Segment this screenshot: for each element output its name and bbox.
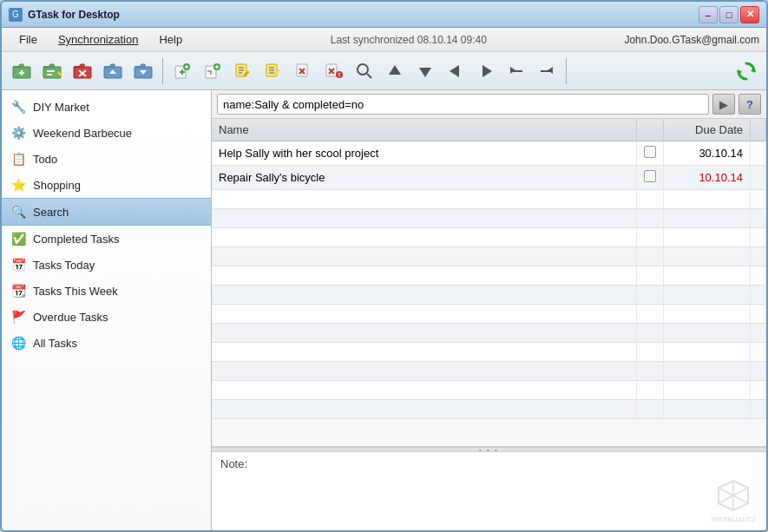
- task-extra-cell: [751, 266, 766, 286]
- menu-file[interactable]: File: [9, 30, 48, 49]
- toolbar: [2, 52, 766, 90]
- task-table: Name Due Date Help Sally with her scool …: [212, 119, 766, 419]
- tasks-today-icon: 📅: [10, 257, 26, 273]
- task-check-cell: [637, 190, 664, 209]
- table-empty-row: [212, 324, 766, 343]
- sidebar-item-diy-market[interactable]: 🔧 DIY Market: [2, 94, 211, 120]
- table-empty-row: [212, 381, 766, 400]
- svg-marker-51: [389, 65, 401, 75]
- task-name-cell: [212, 343, 637, 362]
- task-due-cell: [664, 343, 751, 362]
- delete-task-button[interactable]: [289, 56, 318, 86]
- col-check-header: [637, 119, 664, 141]
- new-list-button[interactable]: [7, 56, 36, 86]
- shopping-icon: ⭐: [10, 177, 26, 193]
- task-due-cell: [664, 266, 751, 286]
- search-help-button[interactable]: ?: [738, 94, 761, 115]
- search-run-button[interactable]: ▶: [712, 94, 735, 115]
- add-task-button[interactable]: [167, 56, 197, 86]
- svg-rect-6: [47, 70, 55, 72]
- sidebar-item-label: Overdue Tasks: [33, 311, 108, 324]
- close-button[interactable]: ✕: [740, 6, 759, 23]
- sidebar-item-label: Completed Tasks: [33, 233, 119, 246]
- table-empty-row: [212, 209, 766, 228]
- title-bar: G GTask for Desktop – □ ✕: [2, 2, 766, 28]
- import-button[interactable]: [98, 56, 128, 86]
- move-down-button[interactable]: [410, 56, 440, 86]
- sidebar-item-label: Todo: [33, 153, 57, 166]
- sidebar-item-tasks-today[interactable]: 📅 Tasks Today: [2, 252, 211, 278]
- edit-list-button[interactable]: [37, 56, 67, 86]
- table-empty-row: [212, 362, 766, 381]
- outdent-button[interactable]: [532, 56, 561, 86]
- toolbar-separator-2: [566, 58, 567, 84]
- minimize-button[interactable]: –: [699, 6, 718, 23]
- search-input[interactable]: [217, 94, 709, 115]
- main-content: 🔧 DIY Market ⚙️ Weekend Barbecue 📋 Todo …: [2, 90, 766, 530]
- move-prev-button[interactable]: [441, 56, 470, 86]
- task-extra-cell: [751, 400, 766, 419]
- task-due-cell: [664, 228, 751, 247]
- sidebar-item-all-tasks[interactable]: 🌐 All Tasks: [2, 330, 211, 356]
- menu-help[interactable]: Help: [148, 30, 193, 49]
- task-due-cell: [664, 381, 751, 400]
- task-name-cell: [212, 324, 637, 343]
- table-empty-row: [212, 343, 766, 362]
- svg-line-50: [367, 74, 371, 78]
- title-bar-left: G GTask for Desktop: [9, 8, 120, 22]
- svg-marker-52: [419, 68, 431, 77]
- task-check-cell[interactable]: [637, 166, 664, 190]
- task-check-cell: [637, 305, 664, 324]
- menu-synchronization[interactable]: Synchronization: [48, 30, 149, 49]
- sidebar-item-shopping[interactable]: ⭐ Shopping: [2, 172, 211, 198]
- task-check-cell: [637, 381, 664, 400]
- table-empty-row: [212, 305, 766, 324]
- indent-button[interactable]: [502, 56, 531, 86]
- task-due-cell: [664, 400, 751, 419]
- table-empty-row: [212, 286, 766, 305]
- sidebar-item-tasks-this-week[interactable]: 📆 Tasks This Week: [2, 278, 211, 304]
- delete-list-button[interactable]: [68, 56, 97, 86]
- svg-marker-17: [135, 64, 145, 67]
- svg-point-49: [358, 64, 368, 75]
- task-due-cell: [664, 209, 751, 228]
- edit-task-button[interactable]: [228, 56, 258, 86]
- svg-rect-7: [47, 74, 52, 76]
- task-checkbox[interactable]: [644, 170, 656, 182]
- right-panel: ▶ ? Name Due Date Hel: [212, 90, 766, 530]
- sidebar-item-label: DIY Market: [33, 101, 89, 114]
- sidebar-item-weekend-barbecue[interactable]: ⚙️ Weekend Barbecue: [2, 120, 211, 146]
- svg-point-48: [338, 75, 340, 76]
- task-check-cell[interactable]: [637, 141, 664, 166]
- todo-icon: 📋: [10, 151, 26, 167]
- task-name-cell: [212, 286, 637, 305]
- note-area: Note: INSTALUJ.CZ: [212, 452, 766, 530]
- sidebar-item-label: Weekend Barbecue: [33, 127, 132, 140]
- task-due-cell: 10.10.14: [664, 166, 751, 190]
- search-toolbar-button[interactable]: [350, 56, 379, 86]
- table-empty-row: [212, 228, 766, 247]
- sidebar-item-completed-tasks[interactable]: ✅ Completed Tasks: [2, 226, 211, 252]
- sidebar-item-label: Shopping: [33, 179, 81, 192]
- svg-marker-53: [450, 65, 459, 77]
- sidebar: 🔧 DIY Market ⚙️ Weekend Barbecue 📋 Todo …: [2, 90, 212, 530]
- task-due-cell: [664, 247, 751, 266]
- task-extra-cell: [751, 228, 766, 247]
- sidebar-item-search[interactable]: 🔍 Search: [2, 198, 211, 226]
- watermark-logo: [717, 479, 750, 512]
- add-subtask-button[interactable]: [198, 56, 227, 86]
- maximize-button[interactable]: □: [719, 6, 738, 23]
- task-checkbox[interactable]: [644, 146, 656, 158]
- sidebar-item-todo[interactable]: 📋 Todo: [2, 146, 211, 172]
- delete-completed-button[interactable]: [319, 56, 349, 86]
- task-extra-cell: [751, 190, 766, 209]
- move-up-button[interactable]: [380, 56, 410, 86]
- task-extra-cell: [751, 247, 766, 266]
- edit-detail-button[interactable]: [259, 56, 288, 86]
- svg-marker-54: [482, 65, 492, 77]
- sidebar-item-overdue-tasks[interactable]: 🚩 Overdue Tasks: [2, 304, 211, 330]
- export-button[interactable]: [128, 56, 158, 86]
- sync-button[interactable]: [732, 56, 761, 86]
- move-next-button[interactable]: [471, 56, 501, 86]
- toolbar-separator-1: [162, 58, 163, 84]
